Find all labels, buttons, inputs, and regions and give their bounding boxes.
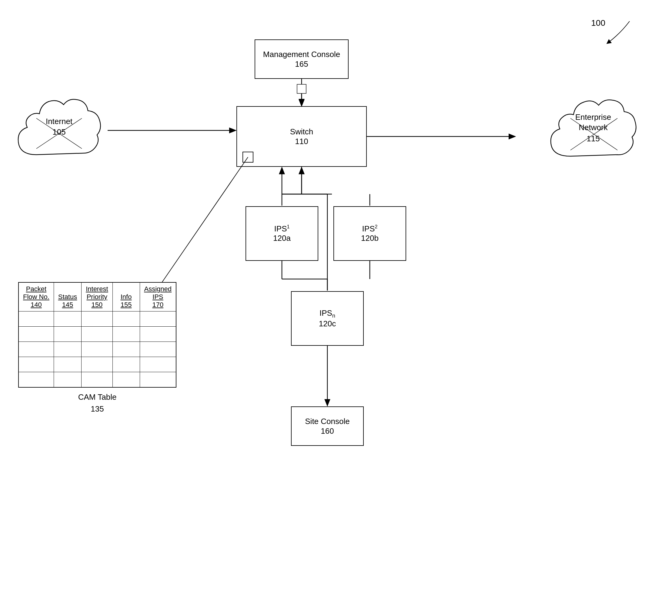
internet-cloud: Internet 105 — [12, 88, 106, 173]
cell — [18, 342, 54, 357]
cell — [140, 372, 176, 387]
ipsn-box: IPSn 120c — [291, 291, 364, 346]
cell — [112, 312, 140, 327]
ref-arrow-100 — [581, 15, 642, 52]
col-status: Status 145 — [54, 282, 81, 312]
svg-rect-20 — [297, 84, 306, 93]
ips1-number: 120a — [273, 233, 291, 243]
col-packet-flow: PacketFlow No. 140 — [18, 282, 54, 312]
cell — [140, 342, 176, 357]
switch-port — [242, 152, 253, 162]
ips2-box: IPS2 120b — [333, 206, 406, 261]
table-row — [18, 327, 176, 342]
cell — [54, 357, 81, 372]
ips1-sub: 1 — [287, 224, 290, 229]
cell — [112, 357, 140, 372]
col-interest-priority: InterestPriority 150 — [82, 282, 112, 312]
site-console-box: Site Console 160 — [291, 407, 364, 446]
cam-table-label: CAM Table — [18, 393, 176, 402]
cell — [18, 357, 54, 372]
col-assigned-ips-num: 170 — [144, 301, 172, 309]
cam-table: PacketFlow No. 140 Status 145 InterestPr… — [18, 282, 176, 388]
cell — [140, 327, 176, 342]
ips2-label: IPS2 — [362, 224, 378, 233]
col-status-num: 145 — [58, 301, 77, 309]
internet-number: 105 — [12, 127, 106, 137]
switch-label: Switch — [290, 127, 313, 137]
cell — [112, 342, 140, 357]
cell — [140, 357, 176, 372]
switch-box: Switch 110 — [236, 106, 367, 167]
cell — [18, 312, 54, 327]
enterprise-number: 115 — [545, 134, 642, 143]
management-console-box: Management Console 165 — [255, 39, 349, 79]
ipsn-number: 120c — [319, 319, 336, 329]
col-info: Info 155 — [112, 282, 140, 312]
cam-table-container: PacketFlow No. 140 Status 145 InterestPr… — [18, 282, 176, 414]
table-row — [18, 372, 176, 387]
cell — [82, 357, 112, 372]
ips2-number: 120b — [361, 233, 379, 243]
col-packet-flow-num: 140 — [23, 301, 49, 309]
ipsn-sub: n — [332, 313, 335, 319]
cell — [18, 372, 54, 387]
management-console-label: Management Console — [263, 49, 340, 60]
cam-table-number: 135 — [18, 404, 176, 414]
cell — [82, 342, 112, 357]
table-row — [18, 357, 176, 372]
ips1-label: IPS1 — [274, 224, 290, 233]
switch-number: 110 — [295, 137, 308, 146]
ips1-box: IPS1 120a — [246, 206, 318, 261]
ips2-sub: 2 — [375, 224, 378, 229]
svg-line-18 — [162, 157, 248, 282]
diagram-container: 100 Internet 105 Enterprise — [0, 0, 672, 616]
col-assigned-ips: AssignedIPS 170 — [140, 282, 176, 312]
site-console-label: Site Console — [305, 417, 349, 427]
enterprise-cloud: EnterpriseNetwork 115 — [545, 88, 642, 173]
enterprise-label: EnterpriseNetwork — [545, 112, 642, 133]
cell — [18, 327, 54, 342]
management-console-number: 165 — [295, 59, 308, 69]
ipsn-label: IPSn — [319, 309, 335, 319]
cell — [82, 327, 112, 342]
cell — [54, 327, 81, 342]
cell — [140, 312, 176, 327]
table-row — [18, 312, 176, 327]
col-info-num: 155 — [117, 301, 135, 309]
cell — [82, 372, 112, 387]
cell — [82, 312, 112, 327]
col-interest-priority-num: 150 — [86, 301, 108, 309]
cell — [54, 342, 81, 357]
internet-label: Internet — [12, 117, 106, 126]
cell — [112, 327, 140, 342]
site-console-number: 160 — [321, 427, 334, 436]
cell — [54, 312, 81, 327]
cell — [54, 372, 81, 387]
table-row — [18, 342, 176, 357]
cell — [112, 372, 140, 387]
